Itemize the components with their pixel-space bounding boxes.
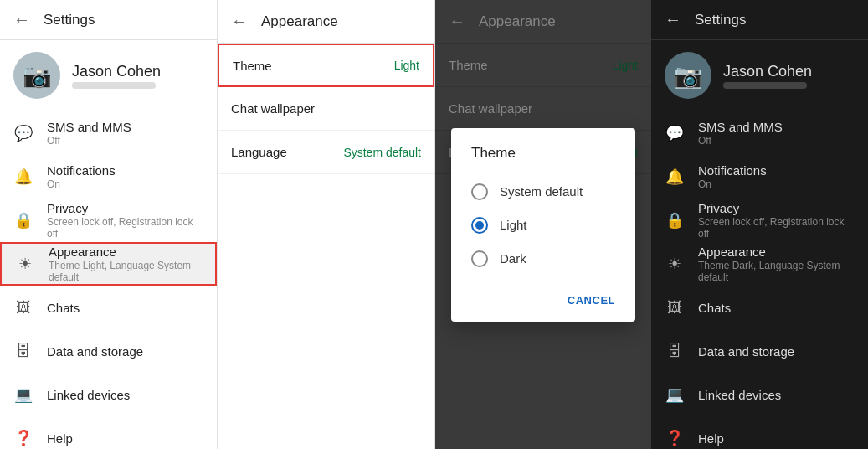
p4-profile-status-bar xyxy=(723,82,807,89)
p4-data-text: Data and storage xyxy=(698,344,855,359)
help-text: Help xyxy=(47,431,203,446)
p4-sms-icon: 💬 xyxy=(665,123,685,143)
profile-status-bar xyxy=(72,82,156,89)
p4-avatar: 📷 xyxy=(665,52,711,99)
p4-chats-text: Chats xyxy=(698,301,855,315)
language-label: Language xyxy=(231,145,287,159)
theme-label: Theme xyxy=(233,59,272,73)
radio-system-outer xyxy=(471,183,488,200)
data-icon: 🗄 xyxy=(13,341,33,361)
p4-sidebar-item-notifications[interactable]: 🔔 Notifications On xyxy=(651,155,868,199)
radio-light[interactable]: Light xyxy=(451,209,635,242)
sidebar-item-notifications[interactable]: 🔔 Notifications On xyxy=(0,155,217,199)
p2-back-arrow-icon[interactable]: ← xyxy=(231,12,248,31)
sms-icon: 💬 xyxy=(13,123,33,143)
p4-help-text: Help xyxy=(698,431,855,446)
theme-dialog: Theme System default Light Dark CANCEL xyxy=(451,128,635,322)
radio-system-label: System default xyxy=(500,184,583,199)
sidebar-item-linked[interactable]: 💻 Linked devices xyxy=(0,373,217,416)
radio-dark-label: Dark xyxy=(500,251,526,266)
p4-privacy-text: Privacy Screen lock off, Registration lo… xyxy=(698,201,855,240)
radio-dark[interactable]: Dark xyxy=(451,242,635,276)
dialog-title: Theme xyxy=(451,145,635,175)
dialog-actions: CANCEL xyxy=(451,282,635,315)
linked-icon: 💻 xyxy=(13,384,33,405)
chats-text: Chats xyxy=(47,301,203,315)
privacy-icon: 🔒 xyxy=(13,210,33,230)
radio-light-outer xyxy=(471,217,488,234)
camera-icon: 📷 xyxy=(23,62,52,90)
radio-light-inner xyxy=(475,221,484,230)
panel-1-title: Settings xyxy=(44,12,95,28)
p4-linked-text: Linked devices xyxy=(698,388,855,402)
panel-1-header: ← Settings xyxy=(0,0,217,40)
sidebar-item-data[interactable]: 🗄 Data and storage xyxy=(0,329,217,373)
wallpaper-row[interactable]: Chat wallpaper xyxy=(218,87,434,131)
p4-sidebar-item-privacy[interactable]: 🔒 Privacy Screen lock off, Registration … xyxy=(651,199,868,242)
data-text: Data and storage xyxy=(47,344,203,359)
theme-value: Light xyxy=(394,59,419,72)
profile-name: Jason Cohen xyxy=(72,63,161,80)
p4-sms-text: SMS and MMS Off xyxy=(698,120,855,147)
language-row[interactable]: Language System default xyxy=(218,131,434,174)
linked-text: Linked devices xyxy=(47,388,203,402)
p4-sidebar-item-help[interactable]: ❓ Help xyxy=(651,416,868,449)
help-icon: ❓ xyxy=(13,428,33,448)
sidebar-item-privacy[interactable]: 🔒 Privacy Screen lock off, Registration … xyxy=(0,199,217,242)
wallpaper-label: Chat wallpaper xyxy=(231,101,315,116)
p4-sidebar-item-data[interactable]: 🗄 Data and storage xyxy=(651,329,868,373)
notifications-text: Notifications On xyxy=(47,163,203,190)
back-arrow-icon[interactable]: ← xyxy=(13,10,30,29)
sidebar-item-chats[interactable]: 🖼 Chats xyxy=(0,286,217,329)
p4-data-icon: 🗄 xyxy=(665,341,685,361)
privacy-text: Privacy Screen lock off, Registration lo… xyxy=(47,201,203,240)
chats-icon: 🖼 xyxy=(13,297,33,317)
p4-sidebar-item-appearance[interactable]: ☀ Appearance Theme Dark, Language System… xyxy=(651,242,868,286)
appearance-icon: ☀ xyxy=(15,254,35,274)
sidebar-item-appearance[interactable]: ☀ Appearance Theme Light, Language Syste… xyxy=(0,242,217,286)
p4-appearance-icon: ☀ xyxy=(665,254,685,274)
p4-profile-info: Jason Cohen xyxy=(723,63,812,89)
notifications-icon: 🔔 xyxy=(13,167,33,187)
profile-info: Jason Cohen xyxy=(72,63,161,89)
radio-dark-outer xyxy=(471,250,488,267)
radio-system-default[interactable]: System default xyxy=(451,175,635,209)
appearance-text: Appearance Theme Light, Language System … xyxy=(49,245,202,283)
avatar: 📷 xyxy=(13,52,60,99)
sidebar-item-sms[interactable]: 💬 SMS and MMS Off xyxy=(0,111,217,155)
radio-light-label: Light xyxy=(500,218,527,232)
panel-3-appearance-dialog: ← Appearance Theme Light Chat wallpaper … xyxy=(435,0,651,449)
panel-4-title: Settings xyxy=(695,12,746,28)
p4-sidebar-item-linked[interactable]: 💻 Linked devices xyxy=(651,373,868,416)
theme-row[interactable]: Theme Light xyxy=(218,44,434,87)
language-value: System default xyxy=(343,146,421,159)
p4-back-arrow-icon[interactable]: ← xyxy=(665,10,681,29)
panel-4-header: ← Settings xyxy=(651,0,868,40)
p4-chats-icon: 🖼 xyxy=(665,297,685,317)
sms-text: SMS and MMS Off xyxy=(47,120,203,147)
theme-dialog-overlay[interactable]: Theme System default Light Dark CANCEL xyxy=(435,0,651,449)
profile-section[interactable]: 📷 Jason Cohen xyxy=(0,40,217,111)
p4-appearance-text: Appearance Theme Dark, Language System d… xyxy=(698,245,855,283)
p4-profile-section[interactable]: 📷 Jason Cohen xyxy=(651,40,868,111)
panel-1-settings-light: ← Settings 📷 Jason Cohen 💬 SMS and MMS O… xyxy=(0,0,218,449)
p4-notifications-icon: 🔔 xyxy=(665,167,685,187)
panel-2-header: ← Appearance xyxy=(218,0,434,44)
panel-2-title: Appearance xyxy=(261,13,338,30)
p4-linked-icon: 💻 xyxy=(665,384,685,405)
cancel-button[interactable]: CANCEL xyxy=(561,289,622,312)
p4-help-icon: ❓ xyxy=(665,428,685,448)
p4-privacy-icon: 🔒 xyxy=(665,210,685,230)
p4-profile-name: Jason Cohen xyxy=(723,63,812,80)
sidebar-item-help[interactable]: ❓ Help xyxy=(0,416,217,449)
p4-camera-icon: 📷 xyxy=(674,62,703,90)
p4-sidebar-item-sms[interactable]: 💬 SMS and MMS Off xyxy=(651,111,868,155)
p4-notifications-text: Notifications On xyxy=(698,163,855,190)
panel-4-settings-dark: ← Settings 📷 Jason Cohen 💬 SMS and MMS O… xyxy=(651,0,868,449)
p4-sidebar-item-chats[interactable]: 🖼 Chats xyxy=(651,286,868,329)
panel-2-appearance-light: ← Appearance Theme Light Chat wallpaper … xyxy=(218,0,435,449)
